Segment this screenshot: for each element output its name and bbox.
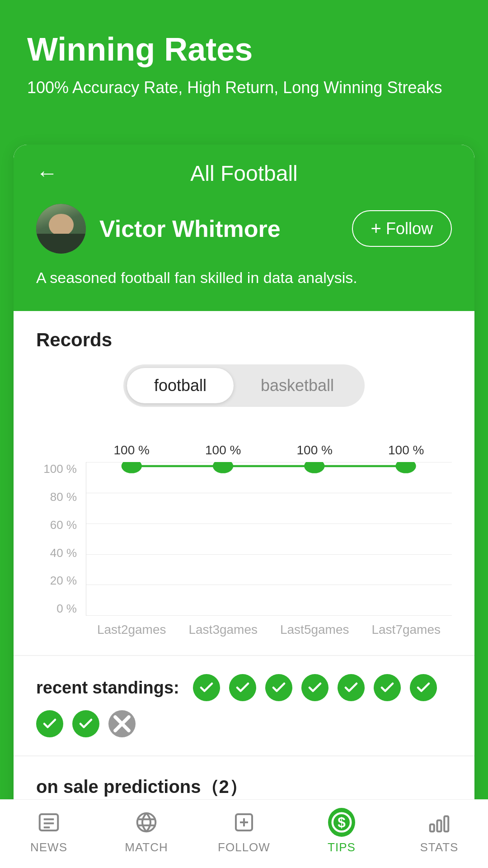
- x-label-3: Last7games: [361, 623, 452, 637]
- x-axis-labels: Last2games Last3games Last5games Last7ga…: [36, 623, 452, 637]
- page-title: Winning Rates: [27, 32, 461, 67]
- navigation-header: ← All Football: [36, 161, 452, 186]
- basketball-tab[interactable]: basketball: [234, 368, 361, 403]
- standing-result-7: [410, 674, 437, 701]
- tips-label: TIPS: [328, 840, 356, 854]
- chart-line-svg: [86, 462, 452, 615]
- nav-item-news[interactable]: NEWS: [0, 809, 98, 854]
- y-label-0: 0 %: [36, 602, 77, 616]
- user-bio: A seasoned football fan skilled in data …: [36, 267, 452, 289]
- y-label-60: 60 %: [36, 518, 77, 532]
- standing-result-2: [229, 674, 256, 701]
- follow-icon: [230, 809, 258, 836]
- plus-icon: +: [371, 218, 381, 239]
- recent-standings-section: recent standings:: [14, 656, 474, 756]
- sport-tab-toggle: football basketball: [123, 364, 365, 407]
- y-label-20: 20 %: [36, 574, 77, 588]
- y-label-100: 100 %: [36, 462, 77, 476]
- user-name: Victor Whitmore: [99, 215, 352, 242]
- news-label: NEWS: [30, 840, 67, 854]
- chart-label-0: 100 %: [86, 443, 178, 458]
- standing-result-5: [338, 674, 365, 701]
- chart-top-labels: 100 % 100 % 100 % 100 %: [36, 443, 452, 458]
- y-axis: 100 % 80 % 60 % 40 % 20 % 0 %: [36, 462, 86, 616]
- follow-button[interactable]: + Follow: [352, 210, 452, 247]
- y-label-80: 80 %: [36, 490, 77, 504]
- svg-rect-17: [430, 825, 434, 832]
- standing-result-10: [108, 710, 136, 737]
- screen-title: All Football: [76, 161, 412, 186]
- match-label: MATCH: [125, 840, 168, 854]
- standing-result-8: [36, 710, 63, 737]
- profile-section: Victor Whitmore + Follow: [36, 204, 452, 254]
- records-title: Records: [36, 329, 452, 351]
- stats-label: STATS: [420, 840, 459, 854]
- nav-item-follow[interactable]: FOLLOW: [195, 809, 293, 854]
- x-label-1: Last3games: [178, 623, 269, 637]
- standing-result-1: [193, 674, 220, 701]
- back-button[interactable]: ←: [36, 162, 58, 184]
- avatar: [36, 204, 86, 254]
- chart-label-3: 100 %: [361, 443, 452, 458]
- stats-icon: [426, 809, 453, 836]
- data-point-2: [304, 462, 324, 473]
- standing-result-9: [72, 710, 99, 737]
- nav-item-tips[interactable]: $ TIPS: [293, 809, 390, 854]
- standing-result-6: [374, 674, 401, 701]
- svg-text:$: $: [338, 814, 346, 830]
- football-tab[interactable]: football: [127, 368, 234, 403]
- y-label-40: 40 %: [36, 546, 77, 560]
- svg-point-9: [137, 813, 156, 832]
- nav-item-match[interactable]: MATCH: [98, 809, 195, 854]
- tips-icon: $: [328, 809, 355, 836]
- svg-rect-18: [437, 821, 441, 832]
- x-label-2: Last5games: [269, 623, 361, 637]
- chart-label-2: 100 %: [269, 443, 361, 458]
- chart-label-1: 100 %: [178, 443, 269, 458]
- news-icon: [35, 809, 62, 836]
- chart-canvas: [86, 462, 452, 616]
- data-point-1: [213, 462, 233, 473]
- standing-result-3: [265, 674, 292, 701]
- standings-label: recent standings:: [36, 678, 179, 698]
- x-label-0: Last2games: [86, 623, 178, 637]
- data-point-0: [122, 462, 142, 473]
- nav-item-stats[interactable]: STATS: [390, 809, 488, 854]
- data-point-3: [395, 462, 416, 473]
- bottom-navigation: NEWS MATCH FOLLOW: [0, 799, 488, 868]
- performance-chart: 100 % 80 % 60 % 40 % 20 % 0 %: [36, 462, 452, 616]
- standing-result-4: [301, 674, 328, 701]
- page-subtitle: 100% Accuracy Rate, High Return, Long Wi…: [27, 76, 461, 99]
- svg-rect-19: [444, 816, 448, 832]
- follow-label: FOLLOW: [218, 840, 270, 854]
- match-icon: [133, 809, 160, 836]
- follow-label: Follow: [386, 219, 433, 238]
